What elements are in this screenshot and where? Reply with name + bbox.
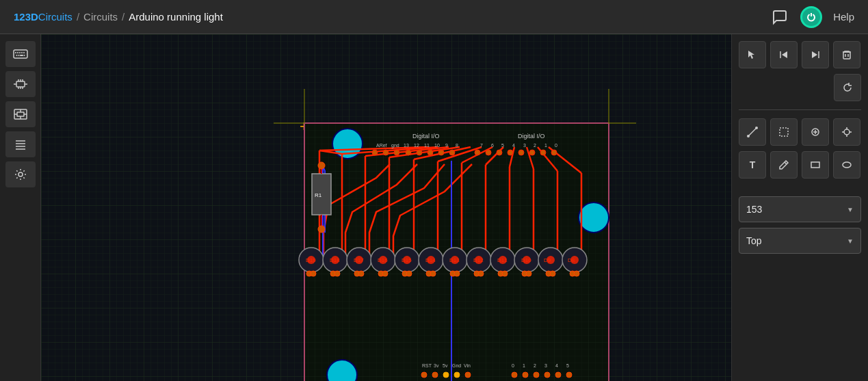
svg-point-90 xyxy=(383,150,389,155)
help-link[interactable]: Help xyxy=(833,11,854,23)
svg-point-115 xyxy=(311,271,316,276)
svg-point-135 xyxy=(406,271,412,276)
svg-point-191 xyxy=(544,372,550,378)
svg-point-165 xyxy=(550,271,555,276)
power-button[interactable] xyxy=(800,6,822,28)
oval-tool-button[interactable] xyxy=(833,151,860,179)
route-tool-button[interactable] xyxy=(739,118,766,146)
delete-button[interactable] xyxy=(833,41,860,68)
svg-point-155 xyxy=(502,271,508,276)
svg-text:10: 10 xyxy=(434,143,440,148)
step-back-button[interactable] xyxy=(770,41,798,68)
svg-point-168 xyxy=(570,256,579,264)
layer-value: Top xyxy=(746,235,762,246)
svg-point-187 xyxy=(465,372,471,378)
brand-circuits: Circuits xyxy=(38,11,73,23)
header: 123DCircuits / Circuits / Arduino runnin… xyxy=(0,0,868,34)
svg-point-41 xyxy=(579,202,609,233)
circle-tool-button[interactable] xyxy=(802,118,829,146)
header-right: Help xyxy=(770,6,854,28)
svg-text:13: 13 xyxy=(404,143,409,148)
svg-marker-197 xyxy=(812,51,817,58)
svg-text:Digital I/O: Digital I/O xyxy=(412,133,440,140)
layer-dropdown[interactable]: Top ▼ xyxy=(739,228,861,254)
settings-button[interactable] xyxy=(5,161,36,187)
svg-text:0: 0 xyxy=(512,363,514,368)
breadcrumb-circuits[interactable]: Circuits xyxy=(83,11,118,23)
svg-text:5: 5 xyxy=(566,363,569,368)
svg-rect-198 xyxy=(843,52,850,59)
pen-tool-button[interactable] xyxy=(770,151,798,179)
zoom-dropdown[interactable]: 153 ▼ xyxy=(739,196,861,222)
svg-line-212 xyxy=(785,162,787,164)
svg-point-163 xyxy=(547,256,555,264)
toolbar-row-1 xyxy=(739,41,861,68)
svg-text:8: 8 xyxy=(456,143,458,148)
svg-point-140 xyxy=(430,271,436,276)
svg-rect-0 xyxy=(14,50,27,58)
toolbar-row-4: T xyxy=(739,151,861,179)
layer-chevron-icon: ▼ xyxy=(847,237,854,245)
svg-point-183 xyxy=(421,372,427,378)
chat-icon[interactable] xyxy=(770,8,789,27)
svg-point-110 xyxy=(318,162,325,169)
svg-point-133 xyxy=(403,256,411,264)
svg-point-214 xyxy=(843,162,851,168)
svg-point-99 xyxy=(497,150,502,155)
svg-rect-213 xyxy=(811,162,819,168)
breadcrumb-current: Arduino running light xyxy=(129,11,223,23)
svg-point-94 xyxy=(428,150,433,155)
svg-point-98 xyxy=(486,150,491,155)
schematic-button[interactable] xyxy=(5,71,36,97)
breadcrumb: 123DCircuits / Circuits / Arduino runnin… xyxy=(14,11,223,23)
svg-point-145 xyxy=(454,271,460,276)
svg-point-150 xyxy=(478,271,484,276)
text-tool-button[interactable]: T xyxy=(739,151,766,179)
svg-point-130 xyxy=(382,271,388,276)
svg-text:2: 2 xyxy=(534,363,536,368)
svg-point-158 xyxy=(523,256,531,264)
svg-text:1: 1 xyxy=(523,363,525,368)
crosshair-tool-button[interactable] xyxy=(833,118,860,146)
svg-point-97 xyxy=(475,150,480,155)
svg-point-188 xyxy=(512,372,517,378)
svg-text:R1: R1 xyxy=(315,192,322,198)
svg-text:RST: RST xyxy=(422,363,432,368)
svg-point-95 xyxy=(438,150,444,155)
svg-point-153 xyxy=(499,256,507,264)
left-sidebar xyxy=(0,34,41,381)
canvas-area[interactable]: + xyxy=(41,34,731,381)
rect-tool-button[interactable] xyxy=(802,151,829,179)
step-forward-button[interactable] xyxy=(802,41,829,68)
svg-point-192 xyxy=(555,372,561,378)
svg-rect-20 xyxy=(17,112,24,116)
svg-point-201 xyxy=(747,135,750,137)
svg-point-93 xyxy=(417,150,422,155)
svg-text:3: 3 xyxy=(523,143,526,148)
svg-point-184 xyxy=(432,372,438,378)
pcb-button[interactable] xyxy=(5,101,36,127)
toolbar-divider-1 xyxy=(739,109,861,110)
bom-button[interactable] xyxy=(5,131,36,157)
select-region-button[interactable] xyxy=(770,118,798,146)
svg-point-170 xyxy=(574,271,579,276)
svg-point-91 xyxy=(394,150,399,155)
svg-text:3: 3 xyxy=(544,363,547,368)
svg-text:Digital I/O: Digital I/O xyxy=(518,133,545,140)
svg-text:0: 0 xyxy=(555,143,557,148)
svg-text:1: 1 xyxy=(544,143,547,148)
svg-text:3v: 3v xyxy=(434,363,439,368)
svg-point-89 xyxy=(372,150,378,155)
svg-text:5v: 5v xyxy=(443,363,448,368)
brand-123d: 123D xyxy=(14,11,38,23)
cursor-tool-button[interactable] xyxy=(739,41,766,68)
rotate-button[interactable] xyxy=(834,74,861,101)
svg-point-101 xyxy=(518,150,524,155)
svg-text:5: 5 xyxy=(501,143,504,148)
svg-point-160 xyxy=(526,271,531,276)
keyboard-button[interactable] xyxy=(5,41,36,67)
svg-text:Vin: Vin xyxy=(464,363,471,368)
brand-logo[interactable]: 123DCircuits xyxy=(14,11,73,23)
svg-point-138 xyxy=(427,256,435,264)
svg-point-113 xyxy=(307,256,315,264)
